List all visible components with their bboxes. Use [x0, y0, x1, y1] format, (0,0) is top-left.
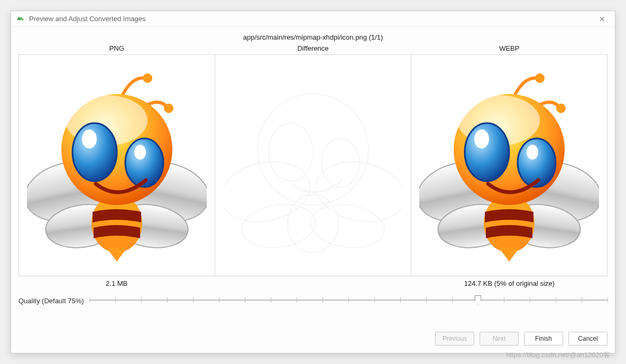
size-original: 2.1 MB — [19, 279, 215, 287]
svg-point-14 — [310, 154, 403, 230]
bee-image-webp — [419, 65, 599, 266]
svg-point-20 — [288, 194, 338, 253]
preview-png — [19, 54, 215, 276]
svg-point-30 — [465, 123, 509, 181]
svg-point-31 — [474, 129, 489, 148]
svg-point-26 — [535, 73, 545, 83]
sizes-row: 2.1 MB 124.7 KB (5% of original size) — [19, 276, 607, 291]
header-png: PNG — [19, 44, 215, 54]
svg-point-10 — [82, 129, 97, 148]
dialog-window: Preview and Adjust Converted Images ✕ ap… — [11, 11, 615, 353]
size-converted: 124.7 KB (5% of original size) — [411, 279, 607, 287]
svg-point-5 — [143, 73, 152, 83]
svg-point-33 — [527, 145, 538, 160]
svg-point-16 — [308, 200, 387, 253]
quality-label: Quality (Default 75%) — [19, 297, 89, 305]
svg-point-9 — [72, 123, 117, 181]
close-icon[interactable]: ✕ — [595, 13, 610, 25]
file-path: app/src/main/res/mipmap-xhdpi/icon.png (… — [19, 31, 607, 44]
watermark-text: https://blog.csdn.net/@an12020客 — [506, 350, 610, 360]
size-diff-empty — [215, 279, 411, 287]
svg-point-27 — [556, 104, 566, 113]
preview-difference — [215, 54, 411, 276]
svg-point-6 — [164, 104, 173, 113]
quality-row: Quality (Default 75%) — [19, 291, 607, 313]
slider-thumb-icon[interactable] — [475, 295, 481, 305]
preview-row — [19, 54, 607, 276]
finish-button[interactable]: Finish — [524, 332, 563, 346]
svg-point-18 — [269, 123, 313, 181]
svg-point-12 — [134, 145, 146, 160]
svg-point-13 — [223, 154, 316, 230]
quality-slider[interactable] — [89, 294, 607, 307]
next-button: Next — [480, 332, 519, 346]
cancel-button[interactable]: Cancel — [568, 332, 607, 346]
svg-point-15 — [239, 200, 318, 253]
preview-webp — [411, 54, 607, 276]
bee-image-diff — [223, 65, 403, 266]
header-difference: Difference — [215, 44, 411, 54]
button-row: Previous Next Finish Cancel — [11, 329, 615, 353]
android-studio-icon — [16, 15, 25, 23]
window-title: Preview and Adjust Converted Images — [29, 15, 145, 23]
bee-image-png — [27, 65, 207, 266]
content-area: app/src/main/res/mipmap-xhdpi/icon.png (… — [11, 27, 615, 329]
column-headers: PNG Difference WEBP — [19, 44, 607, 54]
header-webp: WEBP — [411, 44, 607, 54]
titlebar: Preview and Adjust Converted Images ✕ — [11, 11, 615, 27]
previous-button: Previous — [435, 332, 474, 346]
